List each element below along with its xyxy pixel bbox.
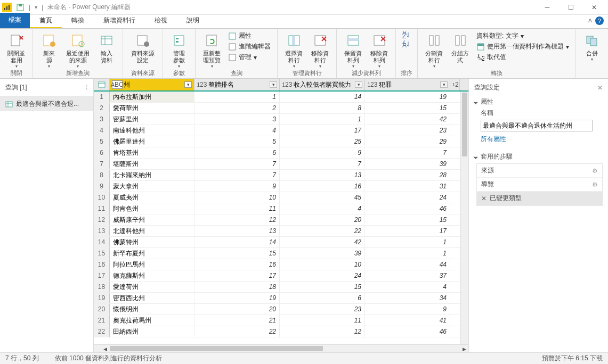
column-header-afford[interactable]: 123收入較低者購買能力▾ [280, 79, 365, 90]
replace-values-button[interactable]: 12取代值 [474, 52, 571, 62]
save-button[interactable] [15, 2, 26, 13]
cell-rank[interactable]: 10 [194, 192, 280, 203]
filter-dropdown-icon[interactable]: ▾ [355, 81, 362, 88]
cell-state[interactable]: 德克薩斯州 [110, 270, 194, 281]
step-source[interactable]: 來源⚙ [477, 164, 602, 178]
split-column-button[interactable]: 分割資 料行▾ [422, 31, 446, 68]
cell-afford[interactable]: 42 [280, 237, 365, 247]
table-row[interactable]: 4 南達科他州 4 17 23 [94, 125, 468, 136]
cell-state[interactable]: 懷俄明州 [110, 304, 194, 315]
table-row[interactable]: 21 奧克拉荷馬州 21 11 41 [94, 315, 468, 326]
cell-crime[interactable]: 15 [365, 214, 450, 225]
minimize-button[interactable]: ─ [536, 0, 559, 15]
cell-state[interactable]: 田納西州 [110, 326, 194, 337]
cell-rank[interactable]: 11 [194, 203, 280, 214]
properties-button[interactable]: 屬性 [226, 31, 273, 41]
table-row[interactable]: 12 威斯康辛州 12 20 15 [94, 214, 468, 226]
step-changed-type[interactable]: ✕已變更類型 [477, 192, 602, 205]
row-number[interactable]: 18 [94, 282, 110, 292]
collapse-ribbon-icon[interactable]: ᐱ [588, 18, 592, 23]
recent-sources-button[interactable]: 最近使用 的來源▾ [63, 31, 93, 68]
cell-state[interactable]: 佛蒙特州 [110, 237, 194, 247]
row-number[interactable]: 12 [94, 214, 110, 225]
row-number[interactable]: 15 [94, 248, 110, 259]
data-type-button[interactable]: 資料類型: 文字 ▾ [474, 31, 571, 41]
cell-afford[interactable]: 22 [280, 226, 365, 236]
filter-dropdown-icon[interactable]: ▾ [270, 81, 277, 88]
close-apply-button[interactable]: 關閉並 套用▾ [4, 31, 28, 68]
cell-crime[interactable]: 28 [365, 170, 450, 180]
cell-crime[interactable]: 46 [365, 326, 450, 337]
cell-crime[interactable]: 29 [365, 136, 450, 147]
cell-crime[interactable]: 39 [365, 159, 450, 169]
cell-crime[interactable]: 31 [365, 181, 450, 192]
cell-afford[interactable]: 45 [280, 192, 365, 203]
row-number[interactable]: 19 [94, 293, 110, 303]
cell-crime[interactable]: 41 [365, 315, 450, 326]
cell-rank[interactable]: 4 [194, 125, 280, 136]
column-header-rank[interactable]: 123整體排名▾ [194, 79, 280, 90]
cell-rank[interactable]: 16 [194, 259, 280, 270]
collapse-queries-icon[interactable]: 〈 [82, 84, 88, 92]
combine-button[interactable]: 合併▾ [580, 31, 604, 63]
row-number[interactable]: 6 [94, 147, 110, 158]
cell-afford[interactable]: 23 [280, 304, 365, 315]
filter-dropdown-icon[interactable]: ▾ [184, 81, 192, 88]
filter-dropdown-icon[interactable]: ▾ [440, 81, 448, 88]
cell-state[interactable]: 愛荷華州 [110, 103, 194, 113]
manage-query-button[interactable]: 管理 ▾ [226, 52, 273, 62]
cell-state[interactable]: 內布拉斯加州 [110, 92, 194, 102]
cell-afford[interactable]: 16 [280, 181, 365, 192]
cell-crime[interactable]: 42 [365, 114, 450, 125]
row-number[interactable]: 22 [94, 326, 110, 337]
cell-afford[interactable]: 11 [280, 315, 365, 326]
column-header-crime[interactable]: 123犯罪▾ [365, 79, 450, 90]
column-header-next[interactable]: 12 [450, 79, 460, 90]
query-item[interactable]: 最適合與最不適合退... [0, 97, 93, 111]
cell-rank[interactable]: 2 [194, 103, 280, 113]
close-window-button[interactable]: ✕ [582, 0, 606, 15]
table-row[interactable]: 6 肯塔基州 6 9 7 [94, 147, 468, 159]
cell-crime[interactable]: 46 [365, 203, 450, 214]
refresh-preview-button[interactable]: 重新整 理預覽▾ [200, 31, 224, 68]
tab-view[interactable]: 檢視 [145, 14, 177, 28]
cell-rank[interactable]: 22 [194, 326, 280, 337]
row-number[interactable]: 1 [94, 92, 110, 102]
cell-state[interactable]: 密西西比州 [110, 293, 194, 303]
properties-section[interactable]: 屬性 [474, 97, 603, 106]
all-properties-link[interactable]: 所有屬性 [481, 135, 603, 144]
tab-file[interactable]: 檔案 [0, 13, 30, 28]
table-row[interactable]: 16 阿拉巴馬州 16 10 44 [94, 259, 468, 270]
table-row[interactable]: 7 堪薩斯州 7 7 39 [94, 159, 468, 170]
cell-afford[interactable]: 25 [280, 136, 365, 147]
cell-crime[interactable]: 19 [365, 92, 450, 102]
cell-rank[interactable]: 5 [194, 136, 280, 147]
row-number[interactable]: 10 [94, 192, 110, 203]
cell-rank[interactable]: 7 [194, 170, 280, 180]
row-number[interactable]: 4 [94, 125, 110, 136]
cell-rank[interactable]: 18 [194, 282, 280, 292]
cell-crime[interactable]: 1 [365, 248, 450, 259]
tab-transform[interactable]: 轉換 [62, 14, 94, 28]
table-row[interactable]: 19 密西西比州 19 6 34 [94, 293, 468, 304]
gear-icon[interactable]: ⚙ [592, 167, 598, 175]
cell-crime[interactable]: 34 [365, 293, 450, 303]
cell-state[interactable]: 南達科他州 [110, 125, 194, 136]
table-row[interactable]: 5 佛羅里達州 5 25 29 [94, 136, 468, 147]
datasource-settings-button[interactable]: 資料來源設定 [127, 31, 158, 65]
cell-crime[interactable]: 24 [365, 192, 450, 203]
cell-state[interactable]: 肯塔基州 [110, 147, 194, 158]
cell-rank[interactable]: 20 [194, 304, 280, 315]
help-icon[interactable]: ? [595, 16, 604, 25]
table-row[interactable]: 13 北達科他州 13 22 17 [94, 226, 468, 237]
remove-rows-button[interactable]: 移除資 料列▾ [367, 31, 391, 68]
table-row[interactable]: 17 德克薩斯州 17 24 37 [94, 270, 468, 282]
cell-crime[interactable]: 17 [365, 226, 450, 236]
sort-desc-button[interactable]: ZA [400, 40, 413, 48]
cell-state[interactable]: 威斯康辛州 [110, 214, 194, 225]
cell-afford[interactable]: 15 [280, 282, 365, 292]
cell-crime[interactable]: 37 [365, 270, 450, 281]
cell-crime[interactable]: 4 [365, 282, 450, 292]
maximize-button[interactable]: ☐ [559, 0, 582, 15]
cell-state[interactable]: 阿拉巴馬州 [110, 259, 194, 270]
